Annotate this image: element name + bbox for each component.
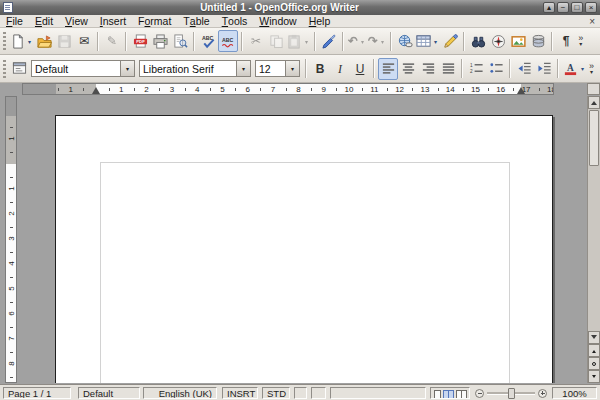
open-button[interactable] [34, 30, 54, 52]
justify-button[interactable] [438, 58, 458, 80]
align-left-button[interactable] [378, 58, 398, 80]
vertical-scrollbar[interactable] [587, 96, 600, 383]
document-modified-indicator[interactable] [294, 387, 307, 399]
right-indent-marker[interactable] [517, 87, 525, 94]
table-dropdown-arrow-icon[interactable]: ▾ [432, 38, 439, 45]
bullets-button[interactable] [486, 58, 506, 80]
font-size-combobox[interactable]: 12▾ [255, 60, 300, 77]
new-document-dropdown-arrow-icon[interactable]: ▾ [26, 38, 33, 45]
scrollbar-thumb[interactable] [589, 110, 599, 166]
font-size-value[interactable]: 12 [256, 63, 285, 75]
font-size-dropdown-button[interactable]: ▾ [285, 61, 299, 76]
italic-button[interactable]: I [330, 58, 350, 80]
page-preview-button[interactable] [170, 30, 190, 52]
zoom-slider-thumb[interactable] [508, 388, 515, 399]
auto-spellcheck-button[interactable]: ABC [218, 30, 238, 52]
new-document-button[interactable]: ▾ [9, 30, 34, 52]
font-name-combobox[interactable]: Liberation Serif▾ [139, 60, 251, 77]
menu-format[interactable]: Format [132, 15, 177, 27]
toolbar-overflow-button[interactable]: »▾ [589, 63, 594, 75]
paste-dropdown-arrow-icon[interactable]: ▾ [303, 38, 310, 45]
cut-button[interactable]: ✂ [246, 30, 266, 52]
scroll-up-button[interactable] [588, 96, 600, 109]
navigator-button[interactable] [488, 30, 508, 52]
horizontal-ruler[interactable]: 1123456789101112131415161718 [22, 83, 554, 95]
font-color-button[interactable]: A▾ [562, 58, 587, 80]
toolbar-grip[interactable] [3, 60, 6, 78]
menu-view[interactable]: View [59, 15, 94, 27]
toolbar-grip[interactable] [3, 32, 6, 50]
nonprinting-characters-button[interactable]: ¶ [556, 30, 576, 52]
shade-button[interactable]: ▴ [543, 2, 555, 13]
zoom-level-indicator[interactable]: 100% [552, 387, 597, 399]
digital-signature-indicator[interactable] [311, 387, 326, 399]
font-color-dropdown-arrow-icon[interactable]: ▾ [579, 65, 586, 72]
close-document-icon[interactable]: × [589, 16, 600, 27]
menu-edit[interactable]: Edit [29, 15, 59, 27]
zoom-out-button[interactable] [475, 389, 484, 398]
document-page[interactable] [55, 115, 553, 383]
menu-window[interactable]: Window [253, 15, 302, 27]
increase-indent-button[interactable] [534, 58, 554, 80]
menu-tools[interactable]: Tools [216, 15, 254, 27]
selection-mode-indicator[interactable]: STD [262, 387, 290, 399]
single-page-view-icon[interactable] [434, 390, 441, 399]
multi-page-view-icon[interactable] [443, 390, 454, 399]
paragraph-style-value[interactable]: Default [32, 63, 120, 75]
menu-help[interactable]: Help [303, 15, 337, 27]
decrease-indent-button[interactable] [514, 58, 534, 80]
insert-mode-indicator[interactable]: INSRT [222, 387, 258, 399]
align-center-button[interactable] [398, 58, 418, 80]
print-button[interactable] [150, 30, 170, 52]
numbering-button[interactable]: 12 [466, 58, 486, 80]
align-right-button[interactable] [418, 58, 438, 80]
table-button[interactable]: ▾ [415, 30, 440, 52]
menu-table[interactable]: Table [177, 15, 215, 27]
show-draw-functions-button[interactable] [440, 30, 460, 52]
redo-button[interactable]: ↷▾ [367, 30, 387, 52]
left-indent-marker[interactable] [92, 87, 100, 94]
scroll-down-button[interactable] [588, 331, 600, 344]
undo-dropdown-arrow-icon[interactable]: ▾ [359, 38, 366, 45]
toolbar-overflow-button[interactable]: »▾ [578, 35, 583, 47]
scrollbar-corner-button[interactable] [587, 83, 600, 95]
title-bar[interactable]: Untitled 1 - OpenOffice.org Writer ▴−□× [0, 0, 600, 15]
book-view-icon[interactable] [456, 390, 467, 399]
copy-button[interactable] [266, 30, 286, 52]
font-name-value[interactable]: Liberation Serif [140, 63, 236, 75]
export-pdf-button[interactable]: PDF [130, 30, 150, 52]
bold-button[interactable]: B [310, 58, 330, 80]
underline-icon: U [356, 62, 365, 76]
gallery-button[interactable] [508, 30, 528, 52]
language-indicator[interactable]: English (UK) [143, 387, 217, 399]
underline-button[interactable]: U [350, 58, 370, 80]
save-button[interactable] [54, 30, 74, 52]
hyperlink-button[interactable] [395, 30, 415, 52]
document-as-email-button[interactable]: ✉ [74, 30, 94, 52]
next-page-button[interactable] [588, 370, 600, 383]
format-paintbrush-button[interactable] [319, 30, 339, 52]
maximize-button[interactable]: □ [571, 2, 583, 13]
edit-file-button[interactable]: ✎ [102, 30, 122, 52]
page-style-indicator[interactable]: Default [78, 387, 140, 399]
menu-insert[interactable]: Insert [94, 15, 132, 27]
vertical-ruler[interactable]: 1123456789 [5, 96, 17, 383]
menu-file[interactable]: File [0, 15, 29, 27]
navigation-button[interactable] [588, 357, 600, 370]
redo-dropdown-arrow-icon[interactable]: ▾ [379, 38, 386, 45]
find-replace-button[interactable] [468, 30, 488, 52]
paste-button[interactable]: ▾ [286, 30, 311, 52]
data-sources-button[interactable] [528, 30, 548, 52]
previous-page-button[interactable] [588, 344, 600, 357]
minimize-button[interactable]: − [557, 2, 569, 13]
close-button[interactable]: × [585, 2, 597, 13]
ruler-tick [10, 227, 13, 228]
undo-button[interactable]: ↶▾ [347, 30, 367, 52]
paragraph-style-combobox[interactable]: Default▾ [31, 60, 135, 77]
font-name-dropdown-button[interactable]: ▾ [236, 61, 250, 76]
zoom-in-button[interactable] [538, 389, 547, 398]
page-indicator[interactable]: Page 1 / 1 [3, 387, 71, 399]
paragraph-style-dropdown-button[interactable]: ▾ [120, 61, 134, 76]
spellcheck-button[interactable]: ABC [198, 30, 218, 52]
styles-and-formatting-button[interactable] [9, 58, 29, 80]
